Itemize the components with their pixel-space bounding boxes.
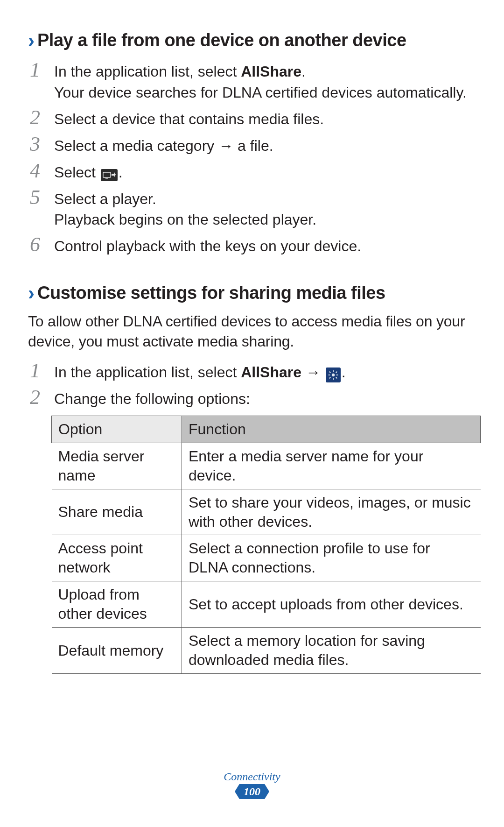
- page-footer: Connectivity 100: [0, 770, 504, 801]
- step-number: 5: [30, 187, 54, 208]
- table-cell-option: Default memory: [52, 628, 182, 674]
- step-text: .: [119, 164, 123, 181]
- manual-page: › Play a file from one device on another…: [0, 0, 504, 827]
- table-cell-option: Access point network: [52, 535, 182, 581]
- step-bold: AllShare: [241, 364, 301, 381]
- svg-rect-6: [336, 375, 338, 375]
- svg-point-2: [332, 374, 335, 376]
- section2-heading: › Customise settings for sharing media f…: [28, 282, 476, 303]
- svg-rect-4: [333, 378, 334, 380]
- page-number: 100: [235, 784, 269, 799]
- step-text: Playback begins on the selected player.: [54, 210, 476, 230]
- section1-heading: › Play a file from one device on another…: [28, 29, 476, 50]
- step-item: 1 In the application list, select AllSha…: [30, 360, 476, 383]
- step-bold: AllShare: [241, 63, 301, 80]
- table-row: Share media Set to share your videos, im…: [52, 489, 481, 535]
- table-cell-function: Set to accept uploads from other devices…: [182, 581, 481, 628]
- svg-rect-0: [103, 172, 111, 177]
- step-text: Control playback with the keys on your d…: [54, 236, 476, 256]
- step-item: 5 Select a player. Playback begins on th…: [30, 186, 476, 231]
- step-number: 1: [30, 60, 54, 80]
- table-row: Upload from other devices Set to accept …: [52, 581, 481, 628]
- step-number: 1: [30, 360, 54, 381]
- step-text: Select a device that contains media file…: [54, 109, 476, 129]
- table-row: Media server name Enter a media server n…: [52, 443, 481, 489]
- step-text: Select a media category → a file.: [54, 136, 476, 156]
- step-number: 3: [30, 134, 54, 155]
- table-header-option: Option: [52, 416, 182, 443]
- page-number-badge: 100: [235, 784, 269, 799]
- svg-rect-5: [328, 375, 330, 375]
- step-number: 4: [30, 161, 54, 181]
- svg-rect-3: [333, 370, 334, 372]
- chevron-right-icon: ›: [28, 283, 35, 304]
- step-text: →: [301, 364, 325, 381]
- step-item: 6 Control playback with the keys on your…: [30, 233, 476, 257]
- step-number: 2: [30, 107, 54, 128]
- step-body: Control playback with the keys on your d…: [54, 233, 476, 257]
- svg-rect-9: [329, 377, 331, 379]
- table-cell-function: Enter a media server name for your devic…: [182, 443, 481, 489]
- svg-rect-10: [336, 377, 337, 379]
- step-number: 2: [30, 387, 54, 408]
- svg-rect-8: [336, 371, 337, 373]
- step-text: Select a player.: [54, 189, 476, 209]
- table-cell-function: Select a connection profile to use for D…: [182, 535, 481, 581]
- chevron-right-icon: ›: [28, 30, 35, 51]
- step-number: 6: [30, 234, 54, 255]
- table-cell-option: Upload from other devices: [52, 581, 182, 628]
- step-item: 1 In the application list, select AllSha…: [30, 59, 476, 104]
- step-text: Change the following options:: [54, 389, 476, 409]
- table-cell-option: Share media: [52, 489, 182, 535]
- table-cell-function: Select a memory location for saving down…: [182, 628, 481, 674]
- section1-title: Play a file from one device on another d…: [37, 31, 406, 50]
- gear-icon: [326, 368, 341, 382]
- step-body: In the application list, select AllShare…: [54, 360, 476, 383]
- step-body: Select a device that contains media file…: [54, 106, 476, 130]
- step-text: Your device searches for DLNA certified …: [54, 83, 476, 103]
- step-body: Select .: [54, 160, 476, 184]
- table-row: Access point network Select a connection…: [52, 535, 481, 581]
- step-text: In the application list, select: [54, 364, 241, 381]
- step-body: In the application list, select AllShare…: [54, 59, 476, 104]
- section2-title: Customise settings for sharing media fil…: [37, 283, 385, 303]
- step-item: 2 Change the following options:: [30, 386, 476, 410]
- step-text: In the application list, select: [54, 63, 241, 80]
- step-body: Select a player. Playback begins on the …: [54, 186, 476, 231]
- table-header-function: Function: [182, 416, 481, 443]
- share-to-icon: [101, 169, 118, 181]
- step-item: 2 Select a device that contains media fi…: [30, 106, 476, 130]
- step-body: Change the following options:: [54, 386, 476, 410]
- options-table: Option Function Media server name Enter …: [51, 416, 481, 674]
- footer-section-name: Connectivity: [0, 770, 504, 783]
- section2-intro: To allow other DLNA certified devices to…: [28, 311, 476, 351]
- step-item: 3 Select a media category → a file.: [30, 133, 476, 157]
- step-text: Select: [54, 164, 100, 181]
- step-text: .: [301, 63, 306, 80]
- table-row: Default memory Select a memory location …: [52, 628, 481, 674]
- step-text: .: [342, 364, 346, 381]
- step-item: 4 Select .: [30, 160, 476, 184]
- svg-rect-7: [329, 371, 331, 373]
- table-cell-option: Media server name: [52, 443, 182, 489]
- table-cell-function: Set to share your videos, images, or mus…: [182, 489, 481, 535]
- svg-rect-1: [105, 178, 108, 179]
- step-body: Select a media category → a file.: [54, 133, 476, 157]
